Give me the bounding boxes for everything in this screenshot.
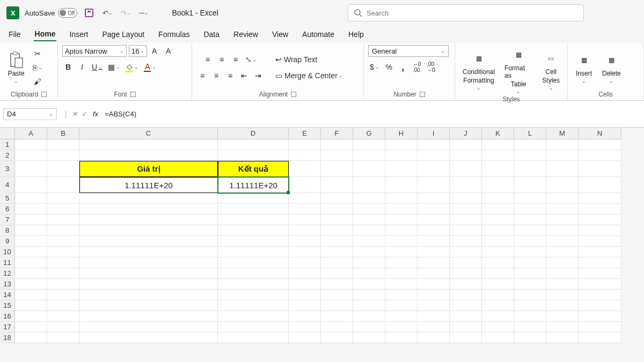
cell-H11[interactable] bbox=[385, 257, 418, 268]
cell-F8[interactable] bbox=[321, 225, 353, 236]
cell-H17[interactable] bbox=[385, 322, 418, 333]
cell-H5[interactable] bbox=[385, 193, 418, 204]
cell-F1[interactable] bbox=[321, 139, 353, 150]
cell-L3[interactable] bbox=[514, 161, 546, 177]
cell-E8[interactable] bbox=[289, 225, 321, 236]
column-header-N[interactable]: N bbox=[579, 128, 621, 139]
cell-K12[interactable] bbox=[482, 268, 514, 279]
cell-G4[interactable] bbox=[353, 177, 385, 193]
cell-A17[interactable] bbox=[15, 322, 47, 333]
decrease-decimal-button[interactable]: .00→0 bbox=[425, 61, 437, 73]
cell-A4[interactable] bbox=[15, 177, 47, 193]
cell-N16[interactable] bbox=[579, 311, 621, 322]
cell-K9[interactable] bbox=[482, 236, 514, 247]
cell-A14[interactable] bbox=[15, 290, 47, 300]
cell-B16[interactable] bbox=[47, 311, 79, 322]
cell-H16[interactable] bbox=[385, 311, 418, 322]
borders-button[interactable]: ▦ bbox=[106, 61, 122, 73]
delete-cell-button[interactable]: ▦Delete⌄ bbox=[599, 50, 624, 85]
cell-F12[interactable] bbox=[321, 268, 353, 279]
cell-C10[interactable] bbox=[79, 247, 218, 257]
cell-N1[interactable] bbox=[579, 139, 621, 150]
cell-D7[interactable] bbox=[218, 215, 289, 225]
bold-button[interactable]: B bbox=[62, 61, 74, 73]
cell-I8[interactable] bbox=[418, 225, 450, 236]
orientation-button[interactable]: ⤡ bbox=[244, 54, 259, 65]
search-box[interactable]: Search bbox=[348, 4, 584, 21]
cell-L7[interactable] bbox=[514, 215, 546, 225]
cell-L8[interactable] bbox=[514, 225, 546, 236]
column-header-H[interactable]: H bbox=[385, 128, 418, 139]
paste-button[interactable]: Paste ⌄ bbox=[4, 50, 28, 85]
cell-B6[interactable] bbox=[47, 204, 79, 215]
cell-D18[interactable] bbox=[218, 333, 289, 343]
italic-button[interactable]: I bbox=[76, 61, 88, 73]
align-center-button[interactable]: ≡ bbox=[210, 70, 222, 82]
cell-J7[interactable] bbox=[450, 215, 482, 225]
cut-button[interactable]: ✂ bbox=[32, 48, 43, 60]
cell-F16[interactable] bbox=[321, 311, 353, 322]
cell-D4[interactable]: 1.11111E+20 bbox=[218, 177, 289, 193]
row-header-13[interactable]: 13 bbox=[0, 279, 15, 290]
row-header-3[interactable]: 3 bbox=[0, 161, 15, 177]
cell-C6[interactable] bbox=[79, 204, 218, 215]
tab-help[interactable]: Help bbox=[347, 28, 365, 41]
cell-G15[interactable] bbox=[353, 300, 385, 311]
cell-E10[interactable] bbox=[289, 247, 321, 257]
cell-G12[interactable] bbox=[353, 268, 385, 279]
row-header-8[interactable]: 8 bbox=[0, 225, 15, 236]
cell-F18[interactable] bbox=[321, 333, 353, 343]
cell-M6[interactable] bbox=[546, 204, 579, 215]
cell-J11[interactable] bbox=[450, 257, 482, 268]
cell-E2[interactable] bbox=[289, 150, 321, 161]
cell-I17[interactable] bbox=[418, 322, 450, 333]
cell-C8[interactable] bbox=[79, 225, 218, 236]
cell-K1[interactable] bbox=[482, 139, 514, 150]
cell-M11[interactable] bbox=[546, 257, 579, 268]
cell-B10[interactable] bbox=[47, 247, 79, 257]
cell-H8[interactable] bbox=[385, 225, 418, 236]
cell-D9[interactable] bbox=[218, 236, 289, 247]
format-painter-button[interactable]: 🖌 bbox=[32, 76, 43, 87]
cell-L4[interactable] bbox=[514, 177, 546, 193]
cell-M12[interactable] bbox=[546, 268, 579, 279]
column-header-L[interactable]: L bbox=[514, 128, 546, 139]
cell-J10[interactable] bbox=[450, 247, 482, 257]
cell-M15[interactable] bbox=[546, 300, 579, 311]
cell-K10[interactable] bbox=[482, 247, 514, 257]
cell-A9[interactable] bbox=[15, 236, 47, 247]
cell-I4[interactable] bbox=[418, 177, 450, 193]
spreadsheet-grid[interactable]: ABCDEFGHIJKLMN123Giá trịKết quả41.11111E… bbox=[0, 128, 644, 343]
cell-B5[interactable] bbox=[47, 193, 79, 204]
cell-F7[interactable] bbox=[321, 215, 353, 225]
align-top-button[interactable]: ≡ bbox=[202, 54, 214, 65]
cell-A12[interactable] bbox=[15, 268, 47, 279]
row-header-5[interactable]: 5 bbox=[0, 193, 15, 204]
currency-button[interactable]: $ bbox=[368, 61, 381, 73]
cell-E1[interactable] bbox=[289, 139, 321, 150]
cell-G2[interactable] bbox=[353, 150, 385, 161]
cell-M9[interactable] bbox=[546, 236, 579, 247]
cell-H4[interactable] bbox=[385, 177, 418, 193]
alignment-launcher-icon[interactable] bbox=[291, 92, 296, 97]
cell-N18[interactable] bbox=[579, 333, 621, 343]
cell-C17[interactable] bbox=[79, 322, 218, 333]
cell-D14[interactable] bbox=[218, 290, 289, 300]
cell-A15[interactable] bbox=[15, 300, 47, 311]
row-header-4[interactable]: 4 bbox=[0, 177, 15, 193]
cell-D11[interactable] bbox=[218, 257, 289, 268]
autosave-toggle[interactable]: AutoSave Off bbox=[25, 8, 77, 18]
cell-D2[interactable] bbox=[218, 150, 289, 161]
cell-J14[interactable] bbox=[450, 290, 482, 300]
cell-H6[interactable] bbox=[385, 204, 418, 215]
cell-C5[interactable] bbox=[79, 193, 218, 204]
clipboard-launcher-icon[interactable] bbox=[41, 92, 47, 97]
merge-center-button[interactable]: ▭ Merge & Center bbox=[274, 70, 345, 82]
align-middle-button[interactable]: ≡ bbox=[216, 54, 228, 65]
cell-B2[interactable] bbox=[47, 150, 79, 161]
cell-C15[interactable] bbox=[79, 300, 218, 311]
tab-formulas[interactable]: Formulas bbox=[157, 28, 191, 41]
cell-N10[interactable] bbox=[579, 247, 621, 257]
cell-L13[interactable] bbox=[514, 279, 546, 290]
cell-A11[interactable] bbox=[15, 257, 47, 268]
